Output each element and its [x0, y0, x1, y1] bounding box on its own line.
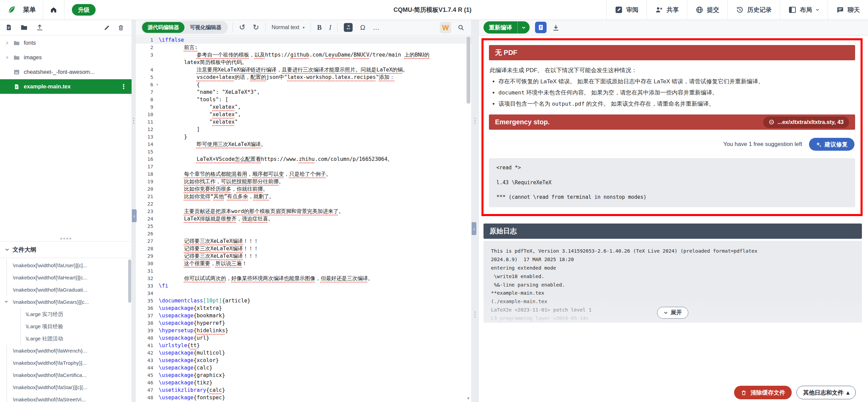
tab-source-editor[interactable]: 源代码编辑器 — [142, 22, 184, 33]
outline-item[interactable]: \makebox[\widthof{\faGraduati... — [0, 284, 132, 296]
bold-button[interactable]: B — [316, 23, 323, 32]
code-line[interactable]: 14 即可使用三次XeLaTeX编译。 — [136, 141, 471, 148]
new-file-button[interactable] — [5, 24, 12, 31]
recompile-options-button[interactable] — [517, 21, 530, 34]
layout-button[interactable]: 布局 — [780, 0, 828, 20]
code-line[interactable]: 16 LaTeX+VScode怎么配置看https://www.zhihu.co… — [136, 155, 471, 163]
paragraph-format-dropdown[interactable]: Normal text ▾ — [270, 24, 306, 31]
code-line[interactable]: 30 这个很重要，所以说三遍！ — [136, 260, 471, 267]
code-line[interactable]: 37\usepackage{bookmark} — [136, 312, 471, 319]
code-line[interactable]: 25 — [136, 223, 471, 230]
code-line[interactable]: 46\usepackage{tikz} — [136, 379, 471, 386]
code-line[interactable]: 42\usepackage{multicol} — [136, 349, 471, 357]
outline-item[interactable]: \makebox[\widthof{\faStreetVi... — [0, 394, 132, 402]
error-source-link[interactable]: ...ex/xltxtra/xltxtra.sty, 43 — [763, 117, 849, 128]
scroll-down-icon[interactable]: ▾ — [467, 395, 470, 401]
tab-visual-editor[interactable]: 可视化编辑器 — [184, 22, 227, 33]
editor-scrollbar[interactable] — [467, 37, 470, 104]
code-line[interactable]: 29 记得要三次XeLaTeX编译！！！ — [136, 252, 471, 260]
code-line[interactable]: 31 — [136, 267, 471, 275]
outline-item[interactable]: \Large 实习经历 — [0, 308, 132, 320]
code-line[interactable]: 6▾ { — [136, 81, 471, 88]
collapse-editor-tab[interactable]: ‹ — [472, 222, 476, 235]
code-line[interactable]: 24 LaTeX排版就是很整齐，强迫症狂喜。 — [136, 215, 471, 223]
code-line[interactable]: 17 — [136, 163, 471, 170]
search-button[interactable] — [456, 23, 466, 32]
code-line[interactable]: 48\usepackage{fontspec} — [136, 394, 471, 401]
delete-button[interactable] — [118, 24, 124, 31]
chevron-down-icon[interactable] — [4, 299, 8, 304]
outline-item[interactable]: \makebox[\widthof{\faUser}][c]... — [0, 259, 132, 272]
tree-item-fonts[interactable]: fonts — [0, 36, 132, 50]
code-line[interactable]: 9 "xelatex", — [136, 103, 471, 111]
code-line[interactable]: 8 "tools": [ — [136, 96, 471, 103]
outline-item[interactable]: \makebox[\widthof{\faHeart}][c... — [0, 272, 132, 284]
recompile-button[interactable]: 重新编译 — [484, 21, 517, 34]
code-line[interactable]: 47\usetikzlibrary{calc} — [136, 386, 471, 394]
fold-caret-icon[interactable]: ▾ — [156, 81, 158, 88]
code-line[interactable]: 45\usepackage{graphicx} — [136, 372, 471, 379]
outline-item[interactable]: \makebox[\widthof{\faTrophy}]... — [0, 357, 132, 369]
sidebar-resize-rail[interactable]: ‹ — [132, 20, 136, 402]
new-folder-button[interactable] — [20, 24, 28, 31]
insert-math-button[interactable]: -x+= — [342, 22, 354, 33]
code-line[interactable]: 22 — [136, 200, 471, 208]
tree-item-example-main.tex[interactable]: example-main.tex⋮ — [0, 79, 132, 94]
more-tools-button[interactable]: … — [371, 23, 381, 32]
code-line[interactable]: 44\usepackage{calc} — [136, 364, 471, 372]
clear-cache-button[interactable]: 清除缓存文件 — [734, 386, 792, 399]
italic-button[interactable]: I — [328, 23, 333, 32]
code-line[interactable]: 32 你可以试试两次的，好像某些环境两次编译也能显示图像，但最好还是三次编译。 — [136, 275, 471, 282]
code-line[interactable]: 21 比如你觉得“其他”有点多余，就删了。 — [136, 193, 471, 200]
code-line[interactable]: 20 比如你竞赛经历很多，你就往前挪。 — [136, 185, 471, 193]
share-button[interactable]: 共享 — [647, 0, 687, 20]
outline-item[interactable]: \makebox[\widthof{\faWrench}... — [0, 345, 132, 357]
code-line[interactable]: 3 参考自一个祖传的模板，以及https://github.com/LeyuDa… — [136, 51, 471, 59]
writefull-button[interactable]: W — [440, 22, 451, 33]
code-line[interactable]: 15 — [136, 148, 471, 155]
code-line[interactable]: 19 比如你找工作，可以把技能那部分往前挪。 — [136, 178, 471, 185]
code-line[interactable]: 36\usepackage{xltxtra} — [136, 304, 471, 312]
outline-item[interactable]: \makebox[\widthof{\faCertifica... — [0, 369, 132, 381]
outline-splitter[interactable] — [0, 236, 132, 241]
code-line[interactable]: 11 "xelatex" — [136, 118, 471, 126]
upload-button[interactable] — [36, 24, 43, 31]
outline-item[interactable]: \Large 项目经验 — [0, 320, 132, 333]
code-line[interactable]: 2 前言: — [136, 44, 471, 51]
code-line[interactable]: 7 "name": "XeLaTeX*3", — [136, 88, 471, 96]
chat-button[interactable]: 聊天 — [828, 0, 868, 20]
tree-item-cheatsheet--font-awesom...[interactable]: cheatsheet-_-font-awesom... — [0, 65, 132, 79]
redo-button[interactable]: ↻ — [251, 22, 260, 33]
code-line[interactable]: 43\usepackage{xcolor} — [136, 357, 471, 364]
code-line[interactable]: 18 每个章节的格式都能混着用，顺序都可以变，只是给了个例子。 — [136, 170, 471, 178]
code-line[interactable]: 34 — [136, 290, 471, 297]
code-line[interactable]: 13 } — [136, 133, 471, 141]
download-pdf-button[interactable] — [552, 24, 560, 31]
submit-button[interactable]: 提交 — [687, 0, 727, 20]
code-line[interactable]: 23 主要贡献还是把原本word的那个模板页眉页脚和背景完美加进来了。 — [136, 208, 471, 215]
upgrade-button[interactable]: 升级 — [72, 4, 96, 16]
code-line[interactable]: 4 注意要用XeLaTeX编译链进行编译，且要进行三次编译才能显示照片。问就是L… — [136, 66, 471, 73]
rename-button[interactable] — [104, 24, 110, 31]
menu-button[interactable]: 菜单 — [16, 0, 43, 20]
outline-header[interactable]: 文件大纲 — [0, 241, 132, 258]
code-area[interactable]: ▾ 1\iffalse2 前言:3 参考自一个祖传的模板，以及https://g… — [136, 36, 471, 402]
code-line[interactable]: 33\fi — [136, 282, 471, 290]
review-button[interactable]: 审阅 — [606, 0, 647, 20]
home-button[interactable] — [43, 0, 64, 20]
code-line[interactable]: 10 "xelatex", — [136, 111, 471, 118]
undo-button[interactable]: ↺ — [238, 22, 246, 33]
outline-item[interactable]: \makebox[\widthof{\faStar}][c]{... — [0, 381, 132, 394]
code-line[interactable]: 12 ] — [136, 126, 471, 133]
code-line[interactable]: latex简历模板中的代码。 — [136, 59, 471, 66]
view-logs-toggle-button[interactable] — [535, 22, 547, 33]
other-logs-button[interactable]: 其他日志和文件 ▴ — [796, 386, 856, 399]
code-line[interactable]: 35\documentclass[10pt]{article} — [136, 297, 471, 304]
code-line[interactable]: 40\usepackage{url} — [136, 334, 471, 342]
code-line[interactable]: 28 记得要三次XeLaTeX编译！！！ — [136, 245, 471, 252]
code-line[interactable]: 5 vscode+latex的话，配置的json中"latex-workshop… — [136, 73, 471, 81]
tree-item-images[interactable]: images — [0, 50, 132, 65]
code-line[interactable]: 39\hypersetup{hidelinks} — [136, 327, 471, 334]
outline-item[interactable]: \makebox[\widthof{\faGears}][c... — [0, 296, 132, 308]
code-line[interactable]: 38\usepackage{hyperref} — [136, 319, 471, 327]
